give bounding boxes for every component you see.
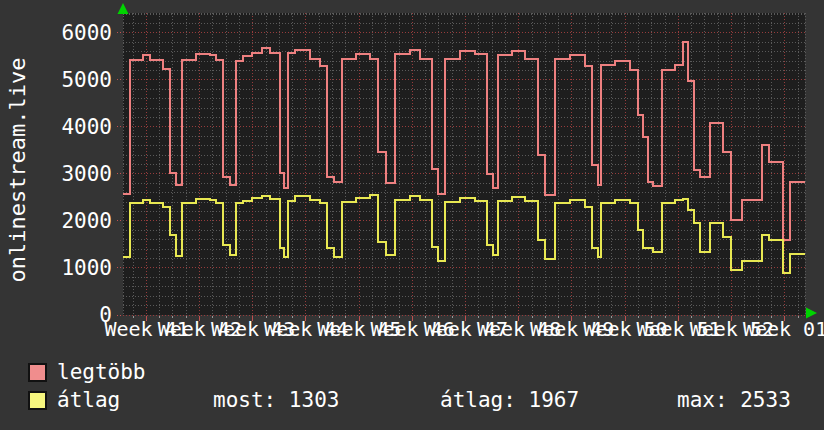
y-tick-label: 6000 (52, 22, 112, 44)
legend-swatch-max (28, 363, 47, 382)
legend-swatch-avg (28, 391, 47, 410)
stat-most: most: 1303 (213, 390, 339, 411)
y-tick-label: 5000 (52, 69, 112, 91)
y-tick-label: 1000 (52, 257, 112, 279)
legend-label-avg: átlag (57, 390, 120, 411)
y-tick-label: 0 (52, 304, 112, 326)
y-tick-label: 3000 (52, 163, 112, 185)
plot-background (123, 13, 805, 315)
stat-max: max: 2533 (677, 390, 791, 411)
y-axis-arrow-icon (118, 3, 129, 14)
x-tick-label: Week 01 (743, 319, 824, 339)
stat-average: átlag: 1967 (440, 390, 579, 411)
rrd-weekly-graph: onlinestream.live 0100020003000400050006… (0, 0, 824, 430)
y-tick-label: 4000 (52, 116, 112, 138)
y-tick-label: 2000 (52, 210, 112, 232)
legend-label-max: legtöbb (57, 362, 146, 383)
